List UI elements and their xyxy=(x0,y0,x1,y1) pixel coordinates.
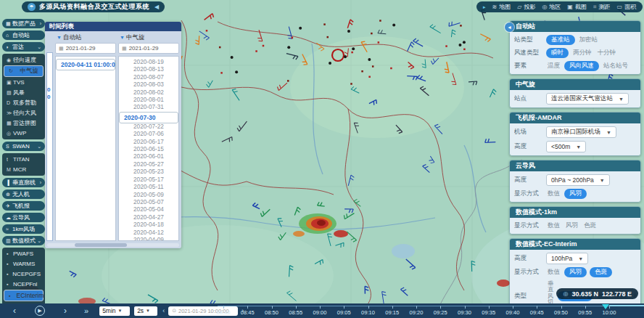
date-picker-input[interactable]: ▦2021-01-29 xyxy=(118,43,179,54)
timeline[interactable]: 08:4008:4508:5008:5509:0009:0509:1009:15… xyxy=(218,303,644,318)
sidebar-item-8[interactable]: ☁云导风 xyxy=(2,213,45,222)
sidebar-subitem-MCR[interactable]: MMCR xyxy=(4,165,44,174)
sidebar-item-2[interactable]: ⌂自动站 xyxy=(2,30,45,40)
time-entry[interactable]: 2020-08-13 xyxy=(119,66,178,73)
timeline-label[interactable]: 09:25 xyxy=(429,309,451,316)
sidebar-subitem-径向大风[interactable]: ≫径向大风 xyxy=(4,108,44,118)
toolbar-button-6[interactable]: ▭面积 xyxy=(616,3,636,11)
time-entry[interactable]: 2020-05-09 xyxy=(119,192,178,199)
toolbar-button-2[interactable]: ▱投影 xyxy=(517,3,535,11)
time-column-header[interactable]: ▼自动站 xyxy=(55,33,116,41)
time-entry[interactable]: 2020-08-03 xyxy=(119,81,178,89)
option-两分钟[interactable]: 两分钟 xyxy=(571,48,593,58)
toolbar-button-5[interactable]: ⌗测距 xyxy=(593,3,611,11)
date-picker-input[interactable]: ▦2021-01-29 xyxy=(55,43,116,54)
option-数值[interactable]: 数值 xyxy=(546,189,561,199)
option-chip-风羽[interactable]: 风羽 xyxy=(564,267,587,277)
time-panel-hscrollbar[interactable] xyxy=(47,243,179,247)
sidebar-item-5[interactable]: ▐垂直廓线› xyxy=(2,178,45,187)
option-色斑[interactable]: 色斑 xyxy=(582,221,598,231)
time-entry[interactable]: 2020-08-02 xyxy=(119,89,178,97)
time-entry[interactable]: 2020-05-23 xyxy=(119,168,178,176)
time-entry[interactable]: 2020-06-15 xyxy=(119,146,178,153)
time-entry[interactable]: 2020-05-07 xyxy=(119,199,178,206)
time-panel-title[interactable]: 时间列表 xyxy=(45,22,181,31)
timeline-label[interactable]: 09:40 xyxy=(502,309,524,316)
time-entry[interactable]: 2020-07-06 xyxy=(119,131,178,138)
sidebar-subitem-TITAN[interactable]: tTITAN xyxy=(4,155,44,164)
option-加密站[interactable]: 加密站 xyxy=(578,35,600,45)
time-entry[interactable]: 2020-05-17 xyxy=(119,176,178,184)
timeline-label[interactable]: 08:55 xyxy=(285,309,307,316)
toolbar-button-3[interactable]: ◎地区 xyxy=(542,3,561,11)
panel-title[interactable]: 云导风 xyxy=(510,160,640,171)
option-chip-风羽[interactable]: 风羽 xyxy=(564,189,587,199)
sidebar-item-1[interactable]: ▦数据产品› xyxy=(2,19,45,28)
timeline-label[interactable]: 09:10 xyxy=(358,309,379,316)
sidebar-item-4[interactable]: SSWAN⌄ xyxy=(2,142,45,151)
option-风羽[interactable]: 风羽 xyxy=(564,221,579,231)
time-entry[interactable]: 2020-05-11 xyxy=(119,184,178,191)
sidebar-item-7[interactable]: ✈飞机报 xyxy=(2,201,45,211)
toolbar-expand-icon[interactable]: ▸ xyxy=(483,4,486,10)
time-entry[interactable]: 2020-04-09 xyxy=(119,237,178,241)
play-button[interactable]: ▶ xyxy=(35,306,45,316)
sidebar-subitem-中气旋[interactable]: ↻中气旋 xyxy=(4,65,44,77)
sidebar-subitem-NCEPFnl[interactable]: ▪NCEPFnl xyxy=(4,280,44,289)
panel-title[interactable]: 飞机报-AMDAR xyxy=(510,113,640,123)
select-站点[interactable]: 连云港国家天气雷达站▼ xyxy=(546,93,629,105)
sidebar-subitem-WARMS[interactable]: ▪WARMS xyxy=(4,259,44,269)
toolbar-button-4[interactable]: ▣截图 xyxy=(567,3,587,11)
option-站名站号[interactable]: 站名站号 xyxy=(602,61,629,71)
timeline-label[interactable]: 09:15 xyxy=(381,309,403,316)
option-温度[interactable]: 温度 xyxy=(546,61,561,71)
time-entry[interactable]: 2020-04-11 01:00:00 xyxy=(56,59,115,70)
sidebar-item-6[interactable]: ⊕无人机 xyxy=(2,189,45,199)
sidebar-item-9[interactable]: ≈1km风场 xyxy=(2,224,45,234)
time-column-header[interactable]: ▼中气旋 xyxy=(118,33,179,41)
timeline-marker[interactable] xyxy=(602,304,609,309)
option-chip-瞬时[interactable]: 瞬时 xyxy=(546,48,569,58)
option-chip-基准站[interactable]: 基准站 xyxy=(546,35,575,45)
timeline-track[interactable] xyxy=(218,306,644,306)
panel-title[interactable]: 数值模式-EC-Interim xyxy=(510,239,640,250)
time-step-back-button[interactable]: ‹ xyxy=(162,308,165,314)
time-entry[interactable]: 2020-08-01 xyxy=(119,97,178,104)
sidebar-subitem-雷达拼图[interactable]: ▦雷达拼图 xyxy=(4,118,44,128)
select-高度[interactable]: <500m▼ xyxy=(546,141,586,152)
timeline-label[interactable]: 08:45 xyxy=(236,309,258,316)
time-entry[interactable]: 2020-04-27 xyxy=(119,214,178,221)
option-数值[interactable]: 数值 xyxy=(546,221,561,231)
timeline-label[interactable]: 09:05 xyxy=(333,309,355,316)
sidebar-subitem-径向速度[interactable]: ◉径向速度 xyxy=(4,55,44,65)
sidebar-subitem-ECInterim[interactable]: ▪ECInterim xyxy=(4,290,44,301)
time-entry[interactable]: 2020-06-17 xyxy=(119,139,178,146)
sidebar-subitem-风暴[interactable]: ▨风暴 xyxy=(4,88,44,97)
fast-forward-button[interactable]: » xyxy=(84,307,88,315)
sidebar-subitem-双多普勒[interactable]: D双多普勒 xyxy=(4,98,44,107)
time-entry-list[interactable]: 2020-04-11 01:00:00 xyxy=(55,56,116,241)
time-entry[interactable]: 2020-04-18 xyxy=(119,221,178,229)
timeline-label[interactable]: 09:30 xyxy=(454,309,476,316)
option-数值[interactable]: 数值 xyxy=(546,267,561,277)
next-frame-button[interactable]: › xyxy=(64,306,67,315)
timeline-label[interactable]: 10:00 xyxy=(598,309,620,316)
frame-step-select[interactable]: 5min ▼ xyxy=(99,306,130,316)
time-entry[interactable]: 2020-05-04 xyxy=(119,206,178,213)
select-高度[interactable]: 0hPa ~ 200hPa▼ xyxy=(546,174,610,186)
time-entry[interactable]: 2020-07-30 xyxy=(119,112,178,123)
toolbar-button-1[interactable]: ≋地图 xyxy=(492,3,511,11)
sidebar-subitem-TVS[interactable]: ▣TVS xyxy=(4,78,44,87)
select-高度[interactable]: 100hPa▼ xyxy=(546,253,588,264)
time-entry[interactable]: 2020-07-22 xyxy=(119,123,178,131)
timeline-label[interactable]: 08:40 xyxy=(212,309,234,316)
play-speed-select[interactable]: 2s ▼ xyxy=(134,306,157,316)
hscrollbar-thumb[interactable] xyxy=(75,243,127,247)
option-十分钟[interactable]: 十分钟 xyxy=(596,48,618,58)
right-sidebar-collapse-button[interactable]: ◂ xyxy=(505,23,514,32)
timeline-label[interactable]: 09:55 xyxy=(574,309,596,316)
option-chip-风向风速[interactable]: 风向风速 xyxy=(564,61,599,71)
time-entry-list[interactable]: 2020-08-192020-08-132020-08-072020-08-03… xyxy=(118,56,179,241)
time-entry[interactable]: 2020-06-01 xyxy=(119,153,178,160)
timeline-label[interactable]: 09:20 xyxy=(405,309,427,316)
